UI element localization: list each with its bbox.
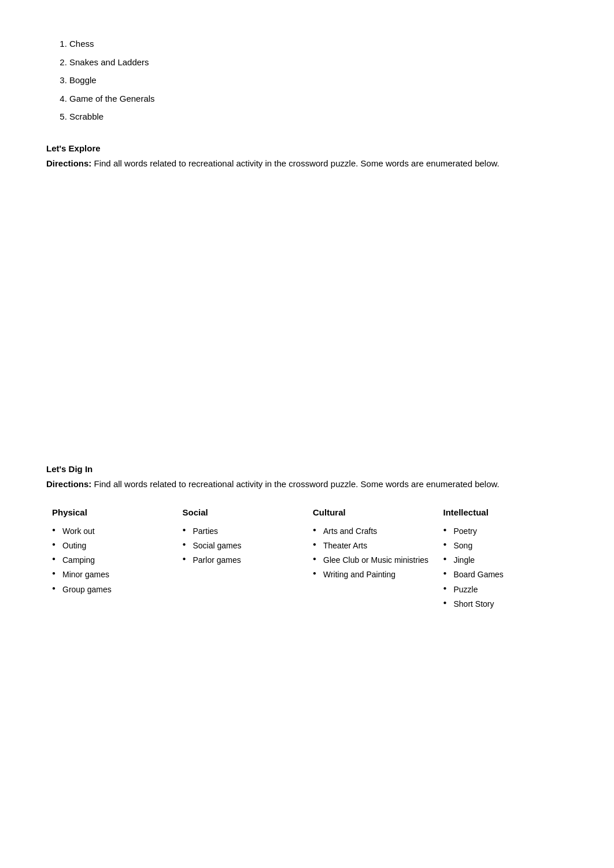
list-item: Poetry [443, 525, 563, 537]
physical-column: Physical Work out Outing Camping Minor g… [46, 507, 177, 613]
list-item: Board Games [443, 569, 563, 580]
list-item: Glee Club or Music ministries [313, 554, 432, 566]
physical-list: Work out Outing Camping Minor games Grou… [52, 525, 171, 595]
social-list: Parties Social games Parlor games [183, 525, 302, 566]
cultural-list: Arts and Crafts Theater Arts Glee Club o… [313, 525, 432, 581]
list-item: Song [443, 540, 563, 551]
intellectual-header: Intellectual [443, 507, 563, 517]
top-section: Chess Snakes and Ladders Boggle Game of … [46, 35, 568, 126]
list-item: Work out [52, 525, 171, 537]
physical-header: Physical [52, 507, 171, 517]
list-item-5: Scrabble [69, 107, 568, 126]
list-item: Jingle [443, 554, 563, 566]
intellectual-list: Poetry Song Jingle Board Games Puzzle Sh… [443, 525, 563, 610]
directions-label-2: Directions: [46, 479, 91, 489]
list-item: Social games [183, 540, 302, 551]
list-item-2: Snakes and Ladders [69, 53, 568, 72]
list-item: Camping [52, 554, 171, 566]
columns-container: Physical Work out Outing Camping Minor g… [46, 507, 568, 613]
intellectual-column: Intellectual Poetry Song Jingle Board Ga… [438, 507, 568, 613]
cultural-column: Cultural Arts and Crafts Theater Arts Gl… [307, 507, 438, 613]
list-item: Outing [52, 540, 171, 551]
numbered-list: Chess Snakes and Ladders Boggle Game of … [46, 35, 568, 126]
lets-dig-section: Let's Dig In Directions: Find all words … [46, 464, 568, 613]
list-item: Short Story [443, 598, 563, 610]
list-item: Parlor games [183, 554, 302, 566]
directions-label: Directions: [46, 158, 91, 168]
lets-explore-directions: Directions: Find all words related to re… [46, 157, 568, 170]
list-item: Group games [52, 584, 171, 595]
list-item: Minor games [52, 569, 171, 580]
list-item: Theater Arts [313, 540, 432, 551]
cultural-header: Cultural [313, 507, 432, 517]
lets-dig-directions: Directions: Find all words related to re… [46, 477, 568, 491]
list-item: Parties [183, 525, 302, 537]
list-item: Puzzle [443, 584, 563, 595]
large-spacer [46, 170, 568, 448]
social-header: Social [183, 507, 302, 517]
social-column: Social Parties Social games Parlor games [177, 507, 308, 613]
lets-dig-heading: Let's Dig In [46, 464, 568, 474]
directions-content: Find all words related to recreational a… [94, 158, 500, 168]
list-item-4: Game of the Generals [69, 90, 568, 108]
list-item-1: Chess [69, 35, 568, 53]
directions-content-2: Find all words related to recreational a… [94, 479, 500, 489]
lets-explore-section: Let's Explore Directions: Find all words… [46, 143, 568, 170]
lets-explore-heading: Let's Explore [46, 143, 568, 153]
list-item: Writing and Painting [313, 569, 432, 580]
list-item-3: Boggle [69, 71, 568, 90]
list-item: Arts and Crafts [313, 525, 432, 537]
